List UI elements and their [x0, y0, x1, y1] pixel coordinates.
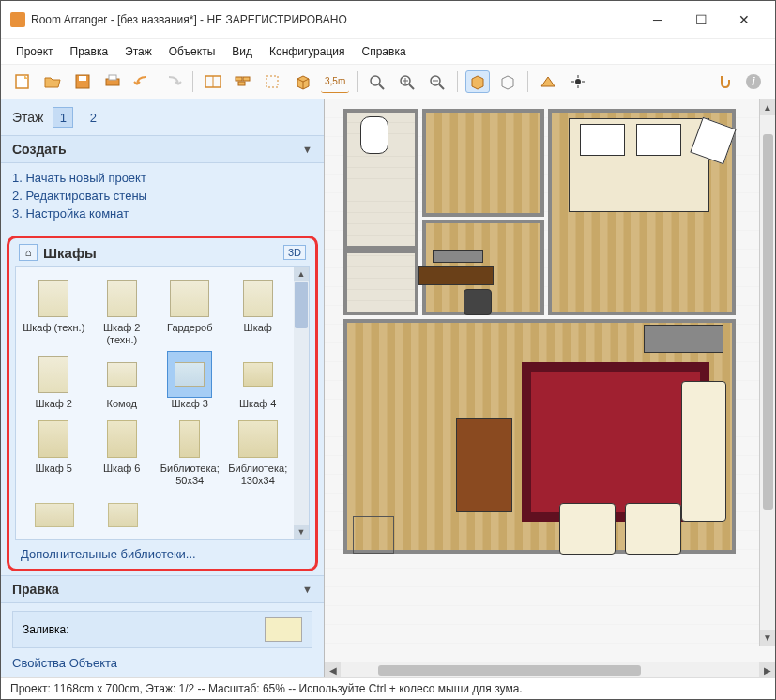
statusbar: Проект: 1168cm x 700cm, Этаж: 1/2 -- Мас…: [1, 677, 775, 699]
library-item[interactable]: Шкаф: [224, 273, 293, 349]
svg-rect-9: [238, 82, 245, 85]
fill-label: Заливка:: [23, 623, 69, 636]
render-icon[interactable]: [536, 70, 560, 93]
zoom-fit-icon[interactable]: [365, 70, 389, 93]
floor-2-button[interactable]: 2: [83, 107, 103, 128]
maximize-button[interactable]: ☐: [679, 7, 723, 33]
canvas-horizontal-scrollbar[interactable]: ◀ ▶: [325, 662, 775, 677]
library-item[interactable]: Библиотека; 50x34: [156, 414, 224, 490]
close-button[interactable]: ✕: [723, 7, 766, 33]
library-item[interactable]: Гардероб: [156, 273, 224, 349]
svg-line-12: [379, 84, 384, 89]
menu-help[interactable]: Справка: [360, 43, 408, 60]
edit-panel-header[interactable]: Правка ▼: [1, 575, 324, 603]
redo-icon[interactable]: [160, 70, 185, 93]
library-item[interactable]: [20, 490, 88, 539]
collapse-icon: ▼: [302, 584, 312, 595]
library-item[interactable]: Комод: [88, 349, 157, 414]
object-properties-link[interactable]: Свойства Объекта: [12, 656, 312, 670]
svg-line-14: [409, 84, 414, 89]
library-panel: ⌂ Шкафы 3D Шкаф (техн.) Шкаф 2 (техн.) Г…: [7, 236, 318, 571]
floor-1-button[interactable]: 1: [53, 107, 73, 128]
print-icon[interactable]: [100, 70, 125, 93]
info-icon[interactable]: i: [741, 70, 766, 93]
menu-floor[interactable]: Этаж: [123, 43, 154, 60]
scroll-thumb[interactable]: [378, 665, 641, 676]
step-room-setup[interactable]: 3. Настройка комнат: [12, 205, 312, 222]
svg-rect-8: [243, 77, 250, 81]
minimize-button[interactable]: ─: [636, 7, 679, 33]
library-scrollbar[interactable]: ▲ ▼: [294, 267, 309, 539]
touch-icon[interactable]: [711, 70, 736, 93]
view3d-solid-icon[interactable]: [465, 70, 490, 93]
menu-config[interactable]: Конфигурация: [267, 43, 347, 60]
toolbar: 3,5m i: [1, 65, 775, 99]
library-item[interactable]: Шкаф 5: [20, 414, 88, 490]
zoom-out-icon[interactable]: [425, 70, 449, 93]
svg-rect-2: [79, 76, 86, 81]
menubar: Проект Правка Этаж Объекты Вид Конфигура…: [1, 39, 775, 65]
bricks-icon[interactable]: [231, 70, 255, 93]
window-title: Room Arranger - [без названия*] - НЕ ЗАР…: [31, 13, 636, 26]
new-icon[interactable]: [10, 70, 35, 93]
canvas-vertical-scrollbar[interactable]: ▲ ▼: [759, 99, 775, 646]
library-item[interactable]: Шкаф 4: [224, 349, 293, 414]
menu-view[interactable]: Вид: [230, 43, 254, 60]
zoom-in-icon[interactable]: [395, 70, 419, 93]
scroll-right-icon[interactable]: ▶: [759, 662, 775, 677]
select-icon[interactable]: [261, 70, 285, 93]
box-icon[interactable]: [291, 70, 315, 93]
library-item[interactable]: Шкаф 6: [88, 414, 157, 490]
save-icon[interactable]: [70, 70, 95, 93]
step-new-project[interactable]: 1. Начать новый проект: [12, 169, 312, 187]
library-item[interactable]: Шкаф 2 (техн.): [88, 273, 157, 349]
undo-icon[interactable]: [130, 70, 155, 93]
light-icon[interactable]: [566, 70, 590, 93]
fill-swatch[interactable]: [265, 617, 302, 642]
scroll-thumb[interactable]: [295, 282, 308, 328]
menu-project[interactable]: Проект: [14, 43, 55, 60]
walls-icon[interactable]: [201, 70, 225, 93]
app-icon: [10, 12, 25, 27]
svg-rect-10: [266, 76, 278, 87]
sidebar: Этаж 1 2 Создать ▼ 1. Начать новый проек…: [1, 99, 325, 677]
library-item[interactable]: Шкаф (техн.): [20, 273, 88, 349]
library-title: Шкафы: [43, 245, 97, 261]
scroll-up-icon[interactable]: ▲: [294, 267, 309, 281]
svg-point-20: [575, 79, 581, 84]
dimension-icon[interactable]: 3,5m: [321, 70, 349, 93]
scroll-down-icon[interactable]: ▼: [760, 630, 775, 646]
library-home-icon[interactable]: ⌂: [19, 244, 38, 261]
menu-edit[interactable]: Правка: [68, 43, 111, 60]
library-grid: Шкаф (техн.) Шкаф 2 (техн.) Гардероб Шка…: [16, 267, 294, 539]
svg-point-11: [371, 76, 380, 85]
library-3d-button[interactable]: 3D: [283, 245, 306, 260]
svg-line-18: [439, 84, 444, 89]
scroll-thumb[interactable]: [763, 134, 773, 510]
view3d-wire-icon[interactable]: [495, 70, 520, 93]
more-libraries-link[interactable]: Дополнительные библиотеки...: [13, 541, 312, 565]
create-panel-header[interactable]: Создать ▼: [1, 135, 324, 163]
titlebar: Room Arranger - [без названия*] - НЕ ЗАР…: [1, 1, 775, 39]
svg-rect-7: [236, 77, 242, 81]
svg-rect-4: [109, 75, 116, 80]
collapse-icon: ▼: [302, 144, 312, 155]
library-item[interactable]: Шкаф 2: [20, 349, 88, 414]
library-item[interactable]: [88, 490, 157, 539]
menu-objects[interactable]: Объекты: [167, 43, 218, 60]
step-edit-walls[interactable]: 2. Редактировать стены: [12, 187, 312, 205]
canvas[interactable]: ▲ ▼ ◀ ▶: [325, 99, 775, 677]
library-item[interactable]: Библиотека; 130x34: [224, 414, 293, 490]
scroll-up-icon[interactable]: ▲: [760, 99, 775, 115]
floor-label: Этаж: [12, 110, 43, 125]
library-item-selected[interactable]: Шкаф 3: [156, 349, 224, 414]
scroll-left-icon[interactable]: ◀: [325, 662, 341, 677]
scroll-down-icon[interactable]: ▼: [294, 525, 309, 539]
open-icon[interactable]: [40, 70, 65, 93]
